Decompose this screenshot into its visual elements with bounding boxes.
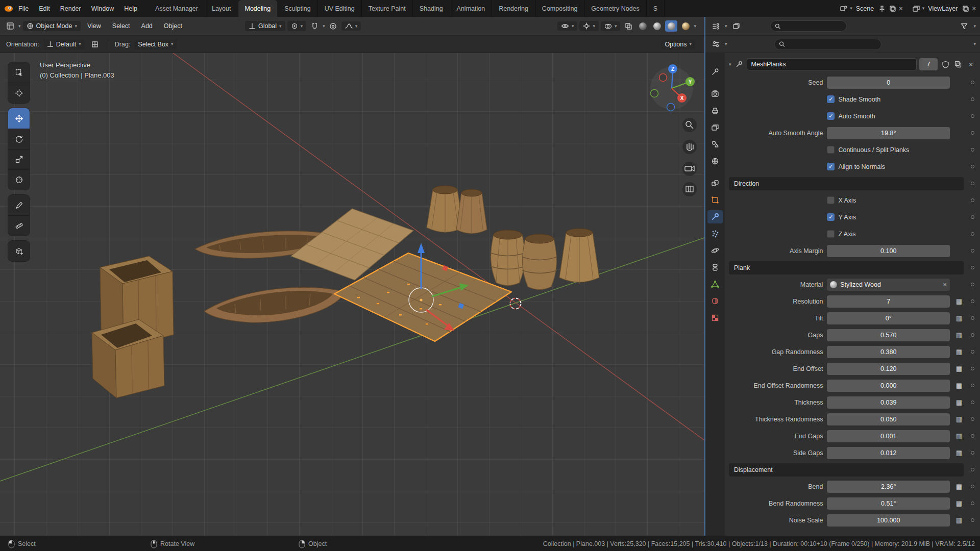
expand-chevron-icon[interactable]: ▾ <box>729 62 731 67</box>
decorator-dot[interactable] <box>971 316 974 320</box>
duplicate-icon[interactable] <box>953 61 963 68</box>
end-offset-randomness-field[interactable]: 0.000 <box>827 380 950 392</box>
workspace-tab[interactable]: Geometry Nodes <box>584 0 646 17</box>
annotate-tool[interactable] <box>8 195 30 215</box>
decorator-dot[interactable] <box>971 283 974 286</box>
scale-tool[interactable] <box>8 149 30 169</box>
decorator-dot[interactable] <box>971 333 974 337</box>
snap-magnet-toggle[interactable] <box>308 20 321 32</box>
editor-type-selector[interactable] <box>709 39 722 50</box>
thickness-randomness-field[interactable]: 0.050 <box>827 413 950 425</box>
viewport-zoom-button[interactable] <box>682 118 697 132</box>
3d-viewport[interactable]: Z Y X User Perspect <box>0 53 704 536</box>
shading-options-chevron[interactable]: ▾ <box>694 24 696 29</box>
workspace-tab[interactable]: Compositing <box>535 0 584 17</box>
chevron-down-icon[interactable]: ▾ <box>725 24 727 29</box>
attribute-toggle-icon[interactable]: ▦ <box>956 416 962 422</box>
bend-randomness-field[interactable]: 0.51° <box>827 497 950 510</box>
workspace-tab[interactable]: Texture Paint <box>362 0 413 17</box>
tab-view-layer[interactable] <box>707 121 723 134</box>
decorator-dot[interactable] <box>971 165 974 168</box>
editor-type-selector[interactable] <box>4 20 16 32</box>
outliner-search[interactable] <box>770 20 847 32</box>
auto-smooth-angle-field[interactable]: 19.8° <box>827 127 950 139</box>
attribute-toggle-icon[interactable]: ▦ <box>956 365 962 372</box>
gaps-field[interactable]: 0.570 <box>827 329 950 341</box>
attribute-toggle-icon[interactable]: ▦ <box>956 332 962 338</box>
gap-randomness-field[interactable]: 0.380 <box>827 346 950 358</box>
shading-rendered-button[interactable] <box>679 20 692 32</box>
shading-wireframe-button[interactable] <box>636 20 649 32</box>
decorator-dot[interactable] <box>971 367 974 370</box>
pivot-point-selector[interactable]: ▾ <box>287 21 307 31</box>
decorator-dot[interactable] <box>971 384 974 387</box>
seed-field[interactable]: 0 <box>827 77 950 89</box>
tab-modifiers[interactable] <box>707 210 723 223</box>
decorator-dot[interactable] <box>971 434 974 438</box>
tab-collection[interactable] <box>707 177 723 190</box>
attribute-toggle-icon[interactable]: ▦ <box>956 500 962 507</box>
chevron-down-icon[interactable]: ▾ <box>922 6 925 11</box>
menu-help[interactable]: Help <box>119 3 142 14</box>
workspace-tab[interactable]: Sculpting <box>278 0 317 17</box>
decorator-dot[interactable] <box>971 148 974 152</box>
decorator-dot[interactable] <box>971 485 974 488</box>
mode-selector[interactable]: Object Mode ▾ <box>23 21 81 31</box>
viewport-pan-button[interactable] <box>682 140 697 154</box>
shading-solid-button[interactable] <box>651 20 663 32</box>
measure-tool[interactable] <box>8 215 30 236</box>
wooden-boat-lower[interactable] <box>204 287 345 322</box>
chevron-down-icon[interactable]: ▾ <box>973 42 976 46</box>
snap-settings-chevron[interactable]: ▾ <box>323 24 325 29</box>
rotate-tool[interactable] <box>8 129 30 149</box>
workspace-tab[interactable]: Animation <box>450 0 493 17</box>
material-unlink-icon[interactable]: × <box>943 281 947 288</box>
menu-render[interactable]: Render <box>55 3 86 14</box>
chevron-down-icon[interactable]: ▾ <box>18 24 21 29</box>
modifier-count-field[interactable]: 7 <box>919 58 938 70</box>
align-to-normals-checkbox[interactable]: ✓ <box>827 163 835 170</box>
menu-view[interactable]: View <box>83 20 106 32</box>
bend-field[interactable]: 2.36° <box>827 481 950 493</box>
menu-window[interactable]: Window <box>86 3 119 14</box>
filter-icon[interactable] <box>958 20 970 32</box>
menu-file[interactable]: File <box>13 3 34 14</box>
shading-material-button[interactable] <box>665 20 677 32</box>
workspace-tab-active[interactable]: Modeling <box>238 0 278 17</box>
workspace-tab[interactable]: UV Editing <box>318 0 362 17</box>
viewport-ortho-button[interactable] <box>682 182 697 196</box>
chevron-down-icon[interactable]: ▾ <box>850 6 852 11</box>
proportional-falloff-selector[interactable]: ▾ <box>341 21 361 31</box>
attribute-toggle-icon[interactable]: ▦ <box>956 433 962 439</box>
gizmos-dropdown[interactable]: ▾ <box>579 21 599 31</box>
decorator-dot[interactable] <box>971 451 974 455</box>
pin-icon[interactable] <box>877 4 887 13</box>
decorator-dot[interactable] <box>971 114 974 118</box>
material-field[interactable]: Stylized Wood × <box>827 279 950 291</box>
chevron-down-icon[interactable]: ▾ <box>725 42 727 46</box>
close-icon[interactable]: × <box>972 5 976 12</box>
blender-logo[interactable] <box>4 4 13 13</box>
attribute-toggle-icon[interactable]: ▦ <box>956 382 962 389</box>
decorator-dot[interactable] <box>971 266 974 269</box>
menu-object[interactable]: Object <box>159 20 187 32</box>
decorator-dot[interactable] <box>971 518 974 522</box>
select-box-tool[interactable] <box>8 62 30 83</box>
move-tool[interactable] <box>8 108 30 129</box>
decorator-dot[interactable] <box>971 350 974 354</box>
add-cube-tool[interactable] <box>8 241 30 261</box>
shade-smooth-checkbox[interactable]: ✓ <box>827 95 835 103</box>
workspace-tab[interactable]: Layout <box>205 0 238 17</box>
menu-edit[interactable]: Edit <box>34 3 55 14</box>
decorator-dot[interactable] <box>971 400 974 404</box>
workspace-tab[interactable]: Shading <box>413 0 450 17</box>
decorator-dot[interactable] <box>971 215 974 219</box>
continuous-split-checkbox[interactable]: ✓ <box>827 146 835 154</box>
workspace-tab[interactable]: Asset Manager <box>149 0 205 17</box>
attribute-toggle-icon[interactable]: ▦ <box>956 298 962 305</box>
gizmo-grid-button[interactable] <box>89 39 101 50</box>
close-icon[interactable]: × <box>899 5 903 12</box>
tab-scene[interactable] <box>707 138 723 151</box>
decorator-dot[interactable] <box>971 97 974 101</box>
navigation-gizmo[interactable]: Z Y X <box>650 64 695 111</box>
